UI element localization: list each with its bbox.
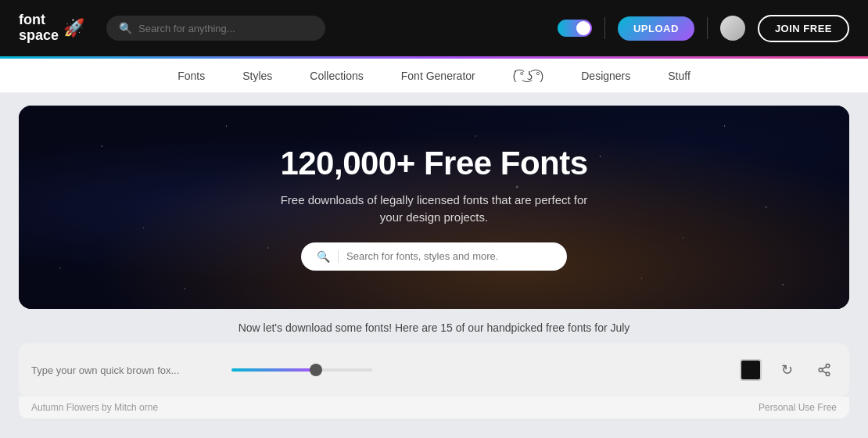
search-input[interactable] bbox=[138, 23, 313, 34]
nav-item-lenny[interactable]: ( ͡° ͜ʖ ͡°) bbox=[513, 70, 544, 82]
hero-section: 120,000+ Free Fonts Free downloads of le… bbox=[19, 106, 849, 309]
avatar[interactable] bbox=[720, 16, 745, 41]
nav-item-font-generator[interactable]: Font Generator bbox=[401, 70, 475, 82]
join-free-button[interactable]: JOIN FREE bbox=[758, 15, 849, 42]
logo-text: fontspace bbox=[19, 13, 59, 44]
svg-point-0 bbox=[826, 364, 830, 368]
svg-point-1 bbox=[819, 368, 823, 372]
svg-line-4 bbox=[822, 367, 826, 369]
slider-thumb[interactable] bbox=[310, 364, 322, 376]
secondary-nav: Fonts Styles Collections Font Generator … bbox=[0, 59, 868, 93]
font-list-stub: Autumn Flowers by Mitch orne Personal Us… bbox=[19, 397, 849, 418]
font-size-slider-track[interactable] bbox=[231, 368, 372, 372]
hero-title: 120,000+ Free Fonts bbox=[280, 145, 587, 182]
main-search-bar[interactable]: 🔍 bbox=[106, 16, 325, 41]
search-icon: 🔍 bbox=[119, 22, 132, 34]
nav-divider-1 bbox=[604, 17, 605, 39]
font-preview-input[interactable] bbox=[31, 364, 219, 376]
hero-search-icon: 🔍 bbox=[317, 250, 330, 263]
font-license-stub: Personal Use Free bbox=[759, 402, 837, 413]
hero-content: 120,000+ Free Fonts Free downloads of le… bbox=[19, 106, 849, 309]
nav-item-designers[interactable]: Designers bbox=[581, 70, 630, 82]
slider-fill bbox=[231, 368, 316, 372]
logo-icon: 🚀 bbox=[63, 18, 84, 38]
hero-search-input[interactable] bbox=[346, 250, 551, 262]
svg-line-3 bbox=[822, 371, 826, 373]
font-size-slider-area bbox=[231, 368, 727, 372]
nav-right: UPLOAD JOIN FREE bbox=[558, 15, 849, 42]
nav-item-styles[interactable]: Styles bbox=[242, 70, 272, 82]
navbar: fontspace 🚀 🔍 UPLOAD JOIN FREE bbox=[0, 0, 868, 56]
hero-subtitle: Free downloads of legally licensed fonts… bbox=[270, 192, 598, 227]
hero-search-bar[interactable]: 🔍 bbox=[301, 242, 567, 271]
hero-search-divider bbox=[338, 250, 339, 263]
svg-point-2 bbox=[826, 372, 830, 376]
nav-divider-2 bbox=[707, 17, 708, 39]
nav-item-fonts[interactable]: Fonts bbox=[178, 70, 205, 82]
nav-item-collections[interactable]: Collections bbox=[310, 70, 363, 82]
font-name-stub: Autumn Flowers by Mitch orne bbox=[31, 402, 158, 413]
share-icon bbox=[817, 363, 831, 377]
nav-item-stuff[interactable]: Stuff bbox=[668, 70, 690, 82]
font-color-swatch[interactable] bbox=[740, 359, 762, 381]
refresh-button[interactable]: ↻ bbox=[774, 357, 799, 382]
upload-button[interactable]: UPLOAD bbox=[618, 16, 694, 41]
toggle-knob bbox=[576, 21, 590, 35]
handpicked-text: Now let's download some fonts! Here are … bbox=[0, 321, 868, 334]
logo[interactable]: fontspace 🚀 bbox=[19, 13, 84, 44]
font-preview-bar: ↻ bbox=[19, 343, 849, 397]
share-button[interactable] bbox=[812, 357, 837, 382]
dark-mode-toggle[interactable] bbox=[558, 20, 592, 37]
